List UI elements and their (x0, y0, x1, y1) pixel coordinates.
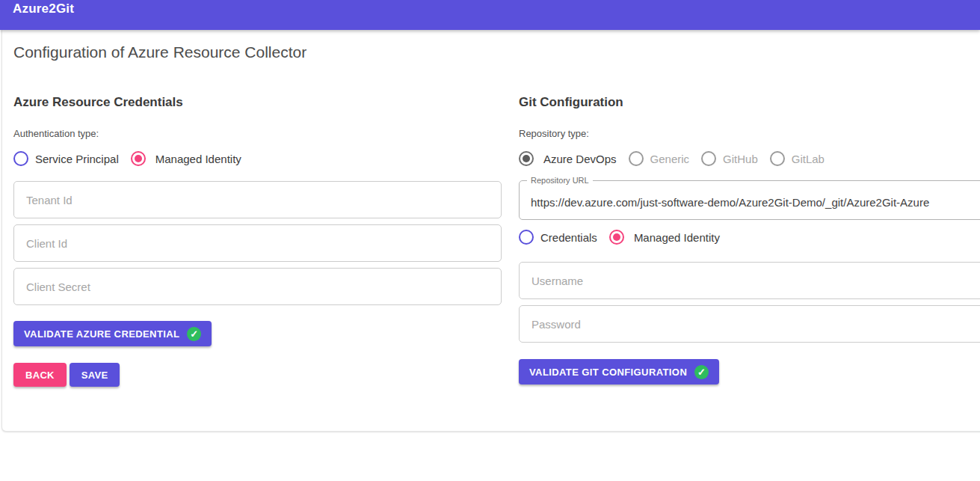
git-section-title: Git Configuration (519, 95, 980, 110)
git-configuration-section: Git Configuration Repository type: Azure… (519, 95, 980, 387)
validate-azure-credential-button[interactable]: VALIDATE AZURE CREDENTIAL ✓ (13, 321, 212, 346)
radio-label: Credentials (540, 231, 597, 244)
radio-selected-icon[interactable] (131, 151, 146, 166)
radio-disabled-icon (770, 151, 785, 166)
repository-url-field: Repository URL (519, 180, 980, 220)
radio-option-github: GitHub (701, 151, 758, 166)
footer-actions: BACK SAVE (13, 363, 502, 387)
radio-unselected-icon[interactable] (13, 151, 28, 166)
config-card: Configuration of Azure Resource Collecto… (1, 30, 980, 432)
repository-type-label: Repository type: (519, 128, 980, 140)
check-circle-icon: ✓ (694, 365, 709, 379)
app-bar: Azure2Git (0, 0, 980, 30)
back-button[interactable]: BACK (13, 363, 67, 387)
git-auth-radio-group: Credentials Managed Identity (519, 229, 980, 245)
check-circle-icon: ✓ (187, 327, 201, 341)
save-button[interactable]: SAVE (70, 363, 120, 387)
radio-option-managed-identity[interactable]: Managed Identity (131, 151, 241, 166)
azure-credentials-section: Azure Resource Credentials Authenticatio… (13, 95, 502, 387)
radio-label: Managed Identity (634, 231, 720, 244)
client-secret-input[interactable] (13, 268, 502, 305)
repository-url-input[interactable] (520, 181, 980, 219)
radio-option-git-managed-identity[interactable]: Managed Identity (609, 230, 720, 245)
authentication-type-label: Authentication type: (13, 128, 502, 140)
page-title: Configuration of Azure Resource Collecto… (13, 42, 980, 62)
validate-git-configuration-button[interactable]: VALIDATE GIT CONFIGURATION ✓ (519, 359, 719, 385)
repo-type-radio-group: Azure DevOps Generic GitHub GitLab (519, 150, 980, 167)
radio-option-service-principal[interactable]: Service Principal (13, 151, 119, 166)
radio-label: Managed Identity (155, 153, 241, 165)
radio-disabled-icon (701, 151, 716, 166)
azure-section-title: Azure Resource Credentials (13, 95, 502, 110)
radio-label: GitHub (723, 153, 758, 165)
app-title: Azure2Git (13, 1, 74, 16)
validate-git-configuration-label: VALIDATE GIT CONFIGURATION (529, 367, 687, 378)
radio-label: Service Principal (35, 153, 119, 165)
radio-disabled-icon (629, 151, 644, 166)
repository-url-label: Repository URL (527, 176, 593, 186)
radio-option-gitlab: GitLab (770, 151, 825, 166)
radio-label: Azure DevOps (543, 153, 617, 165)
radio-selected-disabled-icon[interactable] (519, 151, 534, 166)
username-input[interactable] (519, 262, 980, 299)
auth-type-radio-group: Service Principal Managed Identity (13, 150, 502, 167)
columns: Azure Resource Credentials Authenticatio… (13, 95, 980, 387)
validate-azure-credential-label: VALIDATE AZURE CREDENTIAL (24, 328, 179, 340)
radio-option-credentials[interactable]: Credentials (519, 230, 597, 245)
radio-selected-icon[interactable] (609, 230, 624, 245)
tenant-id-input[interactable] (13, 181, 502, 218)
radio-option-generic: Generic (629, 151, 690, 166)
radio-label: GitLab (792, 153, 825, 165)
radio-unselected-icon[interactable] (519, 230, 534, 245)
radio-option-azure-devops[interactable]: Azure DevOps (519, 151, 617, 166)
radio-label: Generic (650, 153, 690, 165)
client-id-input[interactable] (13, 224, 502, 262)
password-input[interactable] (519, 305, 980, 343)
